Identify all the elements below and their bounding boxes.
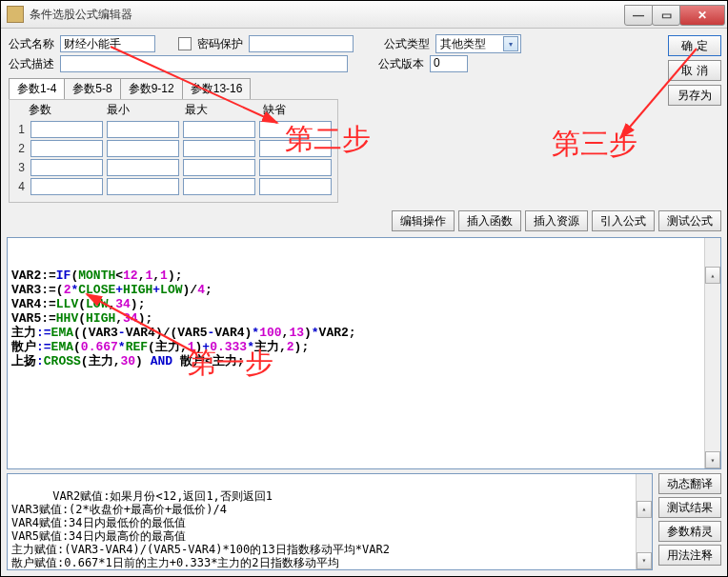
saveas-button[interactable]: 另存为 [668,85,721,106]
label-password-protect: 密码保护 [197,36,243,52]
param-cell[interactable] [107,121,179,138]
label-formula-version: 公式版本 [378,56,424,72]
ok-button[interactable]: 确 定 [668,35,721,56]
scroll-up-icon[interactable]: ▴ [705,267,720,284]
annotation-step3: 第三步 [552,125,637,164]
label-formula-type: 公式类型 [384,36,430,52]
param-cell[interactable] [183,159,255,176]
param-cell[interactable] [183,121,255,138]
param-cell[interactable] [259,121,332,138]
scroll-down-icon[interactable]: ▾ [637,552,652,569]
param-cell[interactable] [30,159,103,176]
translation-output[interactable]: VAR2赋值:如果月份<12,返回1,否则返回1 VAR3赋值:(2*收盘价+最… [7,473,653,570]
password-protect-checkbox[interactable] [178,37,192,50]
param-header-default: 缺省 [259,100,337,120]
dynamic-translate-button[interactable]: 动态翻译 [658,473,721,494]
insert-function-button[interactable]: 插入函数 [458,210,521,231]
param-cell[interactable] [107,159,179,176]
app-icon [7,6,24,23]
password-input[interactable] [249,35,354,52]
formula-desc-input[interactable] [60,55,348,72]
formula-name-input[interactable]: 财经小能手 [60,35,155,52]
param-cell[interactable] [259,178,332,195]
param-header-min: 最小 [103,100,181,120]
param-cell[interactable] [30,140,103,157]
insert-resource-button[interactable]: 插入资源 [525,210,588,231]
formula-type-select[interactable]: 其他类型▾ [435,34,521,53]
tab-params-13-16[interactable]: 参数13-16 [182,78,252,99]
formula-version-input[interactable]: 0 [430,55,468,72]
param-wizard-button[interactable]: 参数精灵 [658,521,721,542]
minimize-button[interactable]: — [624,5,653,26]
scroll-up-icon[interactable]: ▴ [637,501,652,518]
label-formula-desc: 公式描述 [9,56,54,72]
param-cell[interactable] [30,121,103,138]
window-title: 条件选股公式编辑器 [30,7,625,23]
scrollbar[interactable]: ▴ ▾ [636,474,652,569]
import-formula-button[interactable]: 引入公式 [592,210,655,231]
param-grid: 参数 最小 最大 缺省 1 2 3 4 [9,99,338,203]
cancel-button[interactable]: 取 消 [668,60,721,81]
chevron-down-icon: ▾ [503,36,518,51]
param-cell[interactable] [259,159,332,176]
param-cell[interactable] [107,178,179,195]
scrollbar[interactable]: ▴ ▾ [704,238,720,468]
param-cell[interactable] [30,178,103,195]
scroll-down-icon[interactable]: ▾ [705,451,720,468]
param-cell[interactable] [183,178,255,195]
param-header-max: 最大 [181,100,259,120]
param-cell[interactable] [259,140,332,157]
param-cell[interactable] [183,140,255,157]
tab-params-1-4[interactable]: 参数1-4 [9,78,65,99]
param-cell[interactable] [107,140,179,157]
param-header-name: 参数 [25,100,103,120]
tab-params-9-12[interactable]: 参数9-12 [120,78,183,99]
label-formula-name: 公式名称 [9,36,54,52]
close-button[interactable]: ✕ [679,5,725,26]
test-formula-button[interactable]: 测试公式 [658,210,721,231]
maximize-button[interactable]: ▭ [652,5,680,26]
usage-notes-button[interactable]: 用法注释 [658,545,721,566]
test-result-button[interactable]: 测试结果 [658,497,721,518]
edit-ops-button[interactable]: 编辑操作 [392,210,455,231]
tab-params-5-8[interactable]: 参数5-8 [64,78,120,99]
formula-code-editor[interactable]: VAR2:=IF(MONTH<12,1,1); VAR3:=(2*CLOSE+H… [7,237,721,469]
